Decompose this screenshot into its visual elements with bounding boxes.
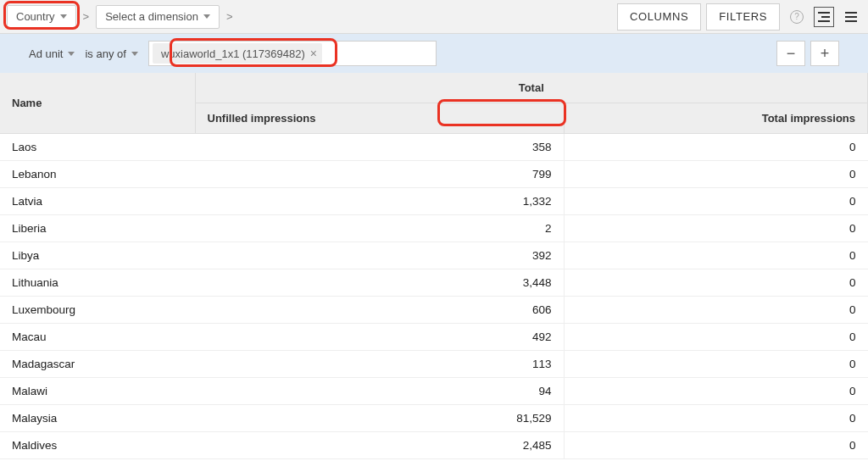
cell-total: 0	[564, 188, 868, 215]
cell-total: 0	[564, 269, 868, 297]
cell-total: 0	[564, 405, 868, 432]
table-row: Luxembourg6060	[0, 297, 868, 324]
cell-unfilled: 113	[195, 351, 564, 378]
filter-value-input[interactable]: wuxiaworld_1x1 (117369482) ×	[148, 41, 437, 66]
table-row: Malaysia81,5290	[0, 405, 868, 432]
view-list-icon[interactable]	[841, 7, 861, 27]
cell-name: Macau	[0, 324, 195, 351]
cell-unfilled: 1,332	[195, 188, 564, 215]
table-row: Malawi940	[0, 378, 868, 405]
cell-total: 0	[564, 432, 868, 459]
cell-name: Malawi	[0, 378, 195, 405]
table-row: Lebanon7990	[0, 161, 868, 188]
add-filter-button[interactable]: +	[810, 41, 839, 66]
cell-name: Lithuania	[0, 269, 195, 297]
filter-bar: Ad unit is any of wuxiaworld_1x1 (117369…	[0, 34, 868, 73]
cell-name: Luxembourg	[0, 297, 195, 324]
cell-name: Liberia	[0, 215, 195, 242]
cell-total: 0	[564, 161, 868, 188]
dimension-primary[interactable]: Country	[7, 5, 76, 29]
filters-button[interactable]: FILTERS	[706, 3, 780, 31]
table-row: Madagascar1130	[0, 351, 868, 378]
chevron-down-icon	[131, 52, 138, 56]
table-row: Liberia20	[0, 215, 868, 242]
col-group-total: Total	[195, 73, 868, 103]
cell-name: Latvia	[0, 188, 195, 215]
cell-unfilled: 2	[195, 215, 564, 242]
cell-total: 0	[564, 242, 868, 269]
filter-operator-label: is any of	[85, 47, 125, 60]
table-row: Laos3580	[0, 134, 868, 161]
breadcrumb-sep: >	[226, 10, 233, 23]
cell-total: 0	[564, 134, 868, 161]
chevron-down-icon	[203, 14, 210, 19]
dimension-secondary-label: Select a dimension	[105, 10, 198, 23]
col-unfilled[interactable]: Unfilled impressions	[195, 103, 564, 134]
chevron-down-icon	[68, 52, 75, 56]
cell-unfilled: 492	[195, 324, 564, 351]
cell-total: 0	[564, 324, 868, 351]
view-outline-icon[interactable]	[814, 7, 834, 27]
cell-name: Maldives	[0, 432, 195, 459]
filter-chip: wuxiaworld_1x1 (117369482) ×	[153, 43, 322, 64]
col-total[interactable]: Total impressions	[564, 103, 868, 134]
cell-name: Laos	[0, 134, 195, 161]
remove-filter-button[interactable]: −	[776, 41, 805, 66]
dimension-primary-label: Country	[16, 10, 55, 23]
cell-unfilled: 799	[195, 161, 564, 188]
cell-total: 0	[564, 215, 868, 242]
close-icon[interactable]: ×	[310, 47, 317, 60]
cell-total: 0	[564, 297, 868, 324]
cell-unfilled: 3,448	[195, 269, 564, 297]
cell-name: Libya	[0, 242, 195, 269]
breadcrumb-sep: >	[83, 10, 90, 23]
cell-unfilled: 2,485	[195, 432, 564, 459]
table-row: Maldives2,4850	[0, 432, 868, 459]
cell-name: Malaysia	[0, 405, 195, 432]
cell-name: Lebanon	[0, 161, 195, 188]
cell-total: 0	[564, 378, 868, 405]
table-row: Macau4920	[0, 324, 868, 351]
cell-unfilled: 81,529	[195, 405, 564, 432]
table-row: Libya3920	[0, 242, 868, 269]
toolbar: Country > Select a dimension > COLUMNS F…	[0, 0, 868, 34]
table-row: Latvia1,3320	[0, 188, 868, 215]
dimension-secondary[interactable]: Select a dimension	[96, 5, 220, 29]
filter-field[interactable]: Ad unit	[29, 47, 75, 60]
help-icon[interactable]: ?	[787, 7, 807, 27]
col-name[interactable]: Name	[0, 73, 195, 134]
filter-operator[interactable]: is any of	[85, 47, 137, 60]
table-row: Lithuania3,4480	[0, 269, 868, 297]
cell-unfilled: 94	[195, 378, 564, 405]
report-table: Name Total Unfilled impressions Total im…	[0, 73, 868, 459]
cell-unfilled: 392	[195, 242, 564, 269]
filter-chip-label: wuxiaworld_1x1 (117369482)	[161, 47, 305, 60]
chevron-down-icon	[60, 14, 67, 19]
cell-unfilled: 358	[195, 134, 564, 161]
cell-name: Madagascar	[0, 351, 195, 378]
cell-total: 0	[564, 351, 868, 378]
filter-field-label: Ad unit	[29, 47, 63, 60]
columns-button[interactable]: COLUMNS	[617, 3, 701, 31]
cell-unfilled: 606	[195, 297, 564, 324]
